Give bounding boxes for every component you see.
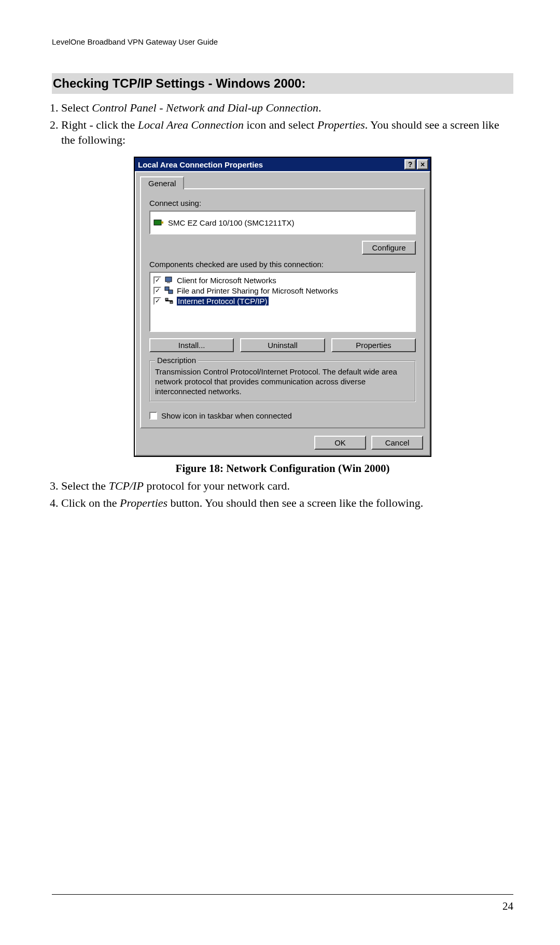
adapter-field[interactable]: SMC EZ Card 10/100 (SMC1211TX) — [149, 211, 416, 234]
component-item[interactable]: ✓ File and Printer Sharing for Microsoft… — [152, 285, 413, 296]
help-button[interactable]: ? — [404, 159, 416, 170]
page-number: 24 — [52, 900, 513, 913]
share-icon — [164, 286, 174, 295]
adapter-name: SMC EZ Card 10/100 (SMC1211TX) — [168, 218, 294, 227]
svg-rect-8 — [170, 301, 173, 303]
step-4: Click on the Properties button. You shou… — [61, 495, 513, 510]
section-heading: Checking TCP/IP Settings - Windows 2000: — [52, 73, 513, 94]
protocol-icon — [164, 296, 174, 305]
dialog-titlebar: Local Area Connection Properties ? × — [135, 158, 430, 171]
step-1: Select Control Panel - Network and Dial-… — [61, 100, 513, 115]
uninstall-button[interactable]: Uninstall — [240, 338, 325, 352]
component-label-selected: Internet Protocol (TCP/IP) — [177, 297, 269, 305]
svg-rect-5 — [169, 290, 173, 294]
tab-panel-general: Connect using: SMC EZ Card 10/100 (SMC12… — [140, 188, 425, 428]
footer-rule — [52, 894, 513, 895]
svg-rect-1 — [161, 221, 163, 224]
instruction-list-b: Select the TCP/IP protocol for your netw… — [61, 478, 513, 510]
components-listbox[interactable]: ✓ Client for Microsoft Networks ✓ File — [149, 272, 416, 332]
install-button[interactable]: Install... — [149, 338, 234, 352]
svg-rect-2 — [165, 277, 172, 282]
properties-button[interactable]: Properties — [331, 338, 416, 352]
svg-rect-7 — [165, 298, 168, 300]
show-icon-checkbox[interactable] — [149, 412, 157, 420]
description-legend: Description — [155, 356, 198, 365]
tab-general[interactable]: General — [140, 176, 184, 189]
description-group: Description Transmission Control Protoco… — [149, 360, 416, 402]
svg-rect-3 — [167, 282, 170, 283]
figure-caption: Figure 18: Network Configuration (Win 20… — [52, 462, 513, 475]
component-label: Client for Microsoft Networks — [177, 276, 276, 285]
svg-rect-0 — [154, 220, 161, 225]
step-3: Select the TCP/IP protocol for your netw… — [61, 478, 513, 493]
connect-using-label: Connect using: — [149, 199, 416, 207]
cancel-button[interactable]: Cancel — [371, 436, 423, 450]
component-item[interactable]: ✓ Client for Microsoft Networks — [152, 275, 413, 285]
ok-button[interactable]: OK — [314, 436, 366, 450]
close-button[interactable]: × — [417, 159, 428, 170]
dialog-title: Local Area Connection Properties — [138, 160, 403, 169]
component-item[interactable]: ✓ Internet Protocol (TCP/IP) — [152, 296, 413, 306]
checkbox-icon[interactable]: ✓ — [153, 297, 161, 305]
configure-button[interactable]: Configure — [362, 241, 416, 255]
step-2: Right - click the Local Area Connection … — [61, 117, 513, 147]
instruction-list-a: Select Control Panel - Network and Dial-… — [61, 100, 513, 147]
show-icon-label: Show icon in taskbar when connected — [161, 411, 292, 420]
component-label: File and Printer Sharing for Microsoft N… — [177, 286, 338, 295]
description-text: Transmission Control Protocol/Internet P… — [155, 367, 410, 396]
properties-dialog: Local Area Connection Properties ? × Gen… — [134, 157, 431, 457]
components-label: Components checked are used by this conn… — [149, 260, 416, 269]
client-icon — [164, 275, 174, 285]
nic-icon — [153, 218, 164, 227]
checkbox-icon[interactable]: ✓ — [153, 276, 161, 284]
running-header: LevelOne Broadband VPN Gateway User Guid… — [52, 37, 513, 46]
checkbox-icon[interactable]: ✓ — [153, 287, 161, 295]
